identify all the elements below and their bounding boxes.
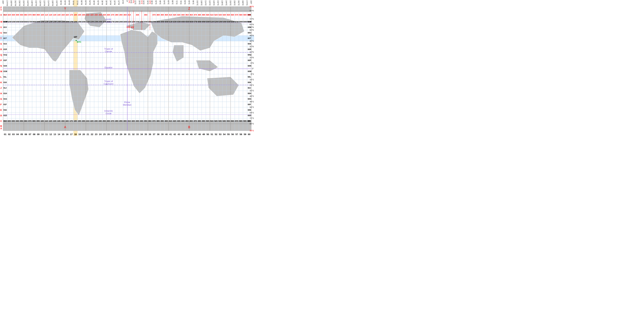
w-row-cell: 44W	[181, 21, 185, 23]
lon-tick: 42°E	[155, 0, 157, 4]
first-zone-cell: 01R	[4, 48, 7, 50]
c-row-cell: 25C	[103, 120, 106, 122]
lon-tick: 138°W	[31, 0, 33, 6]
x-row-cell: 41X	[169, 14, 172, 16]
c-row-cell: 19C	[78, 120, 81, 122]
c-row-cell: 46C	[190, 120, 193, 122]
zone-number: 51	[211, 133, 213, 136]
lat-band-letter: D	[0, 114, 2, 117]
w-row-cell: 58W	[239, 21, 243, 23]
w-row-cell: 31W	[127, 21, 131, 23]
first-zone-cell: 01N	[4, 65, 7, 67]
lon-tick: 78°W	[72, 0, 74, 5]
zone-number: 34	[140, 133, 143, 136]
lat-tick: 32°S	[250, 90, 254, 92]
zone-number: 35	[144, 133, 147, 136]
x-row-cell: 24X	[98, 14, 102, 16]
lat-tick: 48°S	[250, 101, 254, 103]
lat-tick: 48°N	[250, 34, 254, 36]
zone-number: 12	[50, 133, 52, 136]
first-zone-cell: 01U	[4, 32, 7, 34]
first-zone-cell: 01H	[4, 92, 7, 94]
nyc-marker	[76, 40, 77, 41]
x-row-cell: 06X	[24, 14, 28, 16]
w-row-cell: 08W	[32, 21, 36, 23]
w-row-cell: 18W	[74, 21, 78, 23]
w-row-cell: 40W	[164, 21, 168, 23]
polar-band-letter: Z	[0, 6, 2, 9]
w-row-cell: 32W	[132, 21, 136, 23]
w-row-cell: 02W	[8, 21, 11, 23]
c-row-cell: 14C	[57, 120, 61, 122]
lat-tick: 8°N	[251, 62, 254, 64]
lat-tick: 16°S	[250, 78, 254, 81]
w-row-cell: 07W	[28, 21, 32, 23]
first-zone-cell: 01V	[4, 26, 7, 28]
lon-tick: 30°E	[147, 0, 149, 4]
w-row-cell: 05W	[20, 21, 24, 23]
c-row-cell: 05C	[20, 120, 24, 122]
c-row-cell: 12C	[49, 120, 52, 122]
c-row-cell: 01C	[4, 120, 7, 122]
w-row-cell: 46W	[189, 21, 193, 23]
w-row-cell: 03W	[12, 21, 16, 23]
c-row-cell: 35C	[144, 120, 148, 122]
c-row-cell: 26C	[107, 120, 110, 122]
last-zone-cell: 60J	[248, 87, 251, 89]
lon-tick: 168°W	[10, 0, 12, 6]
zone-number: 55	[227, 133, 230, 136]
last-zone-cell: 60S	[248, 43, 251, 45]
zone-number: 26	[107, 133, 110, 136]
zone-number: 03	[12, 133, 15, 136]
zone-number: 01	[4, 133, 6, 136]
c-row-cell: 11C	[45, 120, 48, 122]
x-row-cell: 45X	[186, 14, 189, 16]
w-row-cell: 17W	[70, 21, 74, 23]
lon-tick: 18°W	[114, 0, 116, 5]
zone-number: 38	[157, 133, 159, 136]
lon-tick: 180°	[2, 0, 4, 4]
lon-tick: 36°W	[101, 0, 103, 5]
last-zone-cell: 60H	[248, 92, 251, 94]
lat-band-letter: T	[0, 37, 2, 40]
x-row-cell: 50X	[206, 14, 210, 16]
c-row-cell: 13C	[53, 120, 56, 122]
zone-number: 16	[66, 133, 68, 136]
w-row-cell: 45W	[185, 21, 189, 23]
lat-band-letter: N	[0, 64, 2, 67]
lon-tick: 30°W	[106, 0, 108, 5]
special-lon-tick: 21°E	[141, 0, 143, 4]
last-zone-cell: 60E	[248, 109, 251, 111]
lon-tick: 12°W	[118, 0, 120, 5]
last-zone-cell: 60N	[248, 65, 251, 67]
c-row-cell: 28C	[115, 120, 118, 122]
w-row-cell: 42W	[173, 21, 177, 23]
last-zone-cell: 60P	[248, 59, 251, 61]
x-row-cell: 30X	[123, 14, 127, 16]
c-row-cell: 09C	[36, 120, 40, 122]
zone-number: 50	[206, 133, 209, 136]
c-row-cell: 20C	[82, 120, 86, 122]
zone-number: 42	[174, 133, 176, 136]
lon-tick: 126°E	[213, 0, 215, 6]
special-v-cell: 31V	[126, 26, 130, 28]
lat-tick: 56°N	[250, 29, 254, 31]
w-row-cell: 36W	[148, 21, 152, 23]
w-row-cell: 12W	[49, 21, 53, 23]
x-row-cell: 08X	[32, 14, 36, 16]
c-row-cell: 16C	[66, 120, 69, 122]
c-row-cell: 08C	[32, 120, 36, 122]
antarctic-circle-label: AntarcticCircle	[104, 110, 113, 115]
lon-tick: 132°W	[35, 0, 37, 6]
lon-tick: 6°E	[130, 0, 132, 4]
x-row-cell: 44X	[181, 14, 185, 16]
last-zone-cell: 60G	[248, 98, 251, 100]
zone-number: 10	[41, 133, 44, 136]
zone-number: 60	[248, 133, 250, 136]
zone-number: 19	[78, 133, 81, 136]
zone-number: 31	[128, 133, 130, 136]
w-row-cell: 54W	[222, 21, 226, 23]
lon-tick: 162°W	[14, 0, 16, 6]
zone-number: 45	[186, 133, 188, 136]
lat-tick: 32°N	[250, 46, 254, 48]
